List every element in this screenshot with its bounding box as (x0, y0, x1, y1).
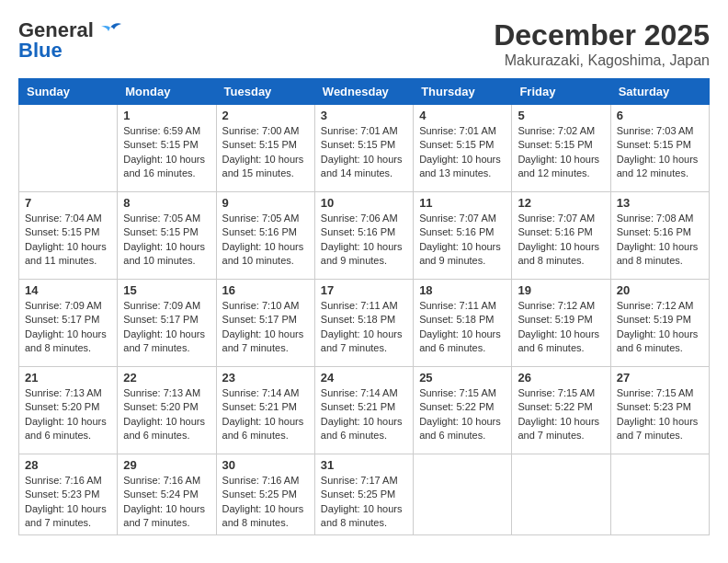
day-info-line: Sunrise: 7:11 AM (419, 299, 506, 313)
day-info-line: Sunset: 5:15 PM (123, 138, 210, 152)
calendar-cell: 24Sunrise: 7:14 AMSunset: 5:21 PMDayligh… (314, 367, 413, 454)
day-info-line: Daylight: 10 hours (25, 327, 111, 341)
day-number: 17 (321, 283, 407, 297)
calendar-header-monday: Monday (118, 79, 216, 105)
day-info-line: Sunrise: 7:07 AM (518, 212, 604, 225)
day-info-line: Daylight: 10 hours (222, 327, 309, 341)
calendar-week-row: 21Sunrise: 7:13 AMSunset: 5:20 PMDayligh… (19, 367, 710, 454)
day-info-line: Sunset: 5:15 PM (321, 138, 407, 152)
day-info-line: Daylight: 10 hours (222, 240, 309, 254)
day-number: 9 (222, 196, 309, 210)
day-info-line: Daylight: 10 hours (518, 153, 604, 167)
day-info-line: Daylight: 10 hours (321, 327, 407, 341)
logo-blue-text: Blue (18, 39, 63, 63)
day-info-line: Sunrise: 7:13 AM (25, 386, 111, 400)
day-info-line: Daylight: 10 hours (222, 415, 309, 429)
calendar-header-thursday: Thursday (414, 79, 512, 105)
day-info-line: Sunrise: 7:16 AM (123, 474, 210, 488)
calendar-cell: 14Sunrise: 7:09 AMSunset: 5:17 PMDayligh… (19, 280, 118, 367)
day-info-line: and 10 minutes. (222, 254, 309, 268)
calendar-cell: 9Sunrise: 7:05 AMSunset: 5:16 PMDaylight… (216, 192, 314, 280)
day-info-line: Daylight: 10 hours (617, 153, 703, 167)
day-info-line: Sunset: 5:15 PM (419, 138, 506, 152)
calendar-cell: 5Sunrise: 7:02 AMSunset: 5:15 PMDaylight… (512, 105, 610, 192)
day-number: 30 (222, 458, 309, 472)
day-number: 29 (123, 458, 210, 472)
day-info-line: and 7 minutes. (617, 429, 703, 442)
calendar-cell: 21Sunrise: 7:13 AMSunset: 5:20 PMDayligh… (19, 367, 118, 454)
day-info-line: and 6 minutes. (321, 429, 407, 442)
calendar-cell: 8Sunrise: 7:05 AMSunset: 5:15 PMDaylight… (118, 192, 216, 280)
day-info-line: Sunset: 5:15 PM (222, 138, 309, 152)
day-info-line: and 12 minutes. (617, 167, 703, 180)
day-info-line: Sunrise: 7:07 AM (419, 212, 506, 225)
day-info-line: Sunrise: 7:05 AM (123, 212, 210, 225)
day-info-line: Sunset: 5:16 PM (518, 225, 604, 239)
day-number: 3 (321, 109, 407, 122)
day-info-line: Sunset: 5:20 PM (25, 400, 111, 414)
day-info-line: and 6 minutes. (419, 429, 506, 442)
calendar-cell: 25Sunrise: 7:15 AMSunset: 5:22 PMDayligh… (414, 367, 512, 454)
calendar-week-row: 14Sunrise: 7:09 AMSunset: 5:17 PMDayligh… (19, 280, 710, 367)
day-info-line: and 6 minutes. (518, 341, 604, 355)
day-info-line: Sunset: 5:18 PM (321, 313, 407, 327)
calendar-cell: 19Sunrise: 7:12 AMSunset: 5:19 PMDayligh… (512, 280, 610, 367)
day-number: 25 (419, 371, 506, 385)
day-info-line: and 12 minutes. (518, 167, 604, 180)
day-info-line: Sunset: 5:19 PM (518, 313, 604, 327)
day-info-line: and 7 minutes. (321, 341, 407, 355)
calendar-cell: 31Sunrise: 7:17 AMSunset: 5:25 PMDayligh… (314, 454, 413, 535)
day-info-line: and 7 minutes. (518, 429, 604, 442)
calendar-cell: 7Sunrise: 7:04 AMSunset: 5:15 PMDaylight… (19, 192, 118, 280)
day-number: 6 (617, 109, 703, 122)
day-number: 26 (518, 371, 604, 385)
day-number: 7 (25, 196, 111, 210)
calendar-cell: 1Sunrise: 6:59 AMSunset: 5:15 PMDaylight… (118, 105, 216, 192)
day-info-line: and 10 minutes. (123, 254, 210, 268)
day-info-line: Daylight: 10 hours (321, 240, 407, 254)
day-info-line: Daylight: 10 hours (419, 240, 506, 254)
calendar-cell: 11Sunrise: 7:07 AMSunset: 5:16 PMDayligh… (414, 192, 512, 280)
calendar-cell: 22Sunrise: 7:13 AMSunset: 5:20 PMDayligh… (118, 367, 216, 454)
calendar-cell: 17Sunrise: 7:11 AMSunset: 5:18 PMDayligh… (314, 280, 413, 367)
calendar-week-row: 7Sunrise: 7:04 AMSunset: 5:15 PMDaylight… (19, 192, 710, 280)
calendar-cell: 20Sunrise: 7:12 AMSunset: 5:19 PMDayligh… (610, 280, 709, 367)
logo-bird-icon (97, 20, 123, 40)
day-info-line: Daylight: 10 hours (617, 415, 703, 429)
calendar-cell: 10Sunrise: 7:06 AMSunset: 5:16 PMDayligh… (314, 192, 413, 280)
calendar-cell: 2Sunrise: 7:00 AMSunset: 5:15 PMDaylight… (216, 105, 314, 192)
calendar-cell (512, 454, 610, 535)
day-info-line: and 6 minutes. (419, 341, 506, 355)
day-info-line: Daylight: 10 hours (518, 415, 604, 429)
day-info-line: Sunrise: 7:12 AM (518, 299, 604, 313)
calendar-header-wednesday: Wednesday (314, 79, 413, 105)
calendar-header-saturday: Saturday (610, 79, 709, 105)
title-block: December 2025 Makurazaki, Kagoshima, Jap… (494, 18, 710, 69)
day-number: 19 (518, 283, 604, 297)
day-info-line: Sunset: 5:20 PM (123, 400, 210, 414)
day-info-line: Sunrise: 7:05 AM (222, 212, 309, 225)
day-info-line: Daylight: 10 hours (222, 502, 309, 516)
day-info-line: Sunset: 5:24 PM (123, 488, 210, 501)
day-info-line: Sunrise: 7:02 AM (518, 124, 604, 138)
day-number: 15 (123, 283, 210, 297)
day-info-line: Sunrise: 7:16 AM (25, 474, 111, 488)
day-info-line: Sunrise: 7:17 AM (321, 474, 407, 488)
day-info-line: Sunset: 5:16 PM (617, 225, 703, 239)
day-info-line: and 8 minutes. (518, 254, 604, 268)
day-number: 2 (222, 109, 309, 122)
day-info-line: Sunrise: 7:15 AM (419, 386, 506, 400)
day-info-line: and 7 minutes. (123, 516, 210, 530)
page-subtitle: Makurazaki, Kagoshima, Japan (494, 52, 710, 69)
day-info-line: and 8 minutes. (25, 341, 111, 355)
calendar-cell: 30Sunrise: 7:16 AMSunset: 5:25 PMDayligh… (216, 454, 314, 535)
day-info-line: Sunset: 5:15 PM (25, 225, 111, 239)
day-info-line: Sunset: 5:25 PM (321, 488, 407, 501)
day-info-line: Sunset: 5:15 PM (617, 138, 703, 152)
day-info-line: Sunset: 5:15 PM (123, 225, 210, 239)
day-number: 10 (321, 196, 407, 210)
day-number: 8 (123, 196, 210, 210)
calendar-week-row: 28Sunrise: 7:16 AMSunset: 5:23 PMDayligh… (19, 454, 710, 535)
logo: General Blue (18, 18, 123, 63)
day-number: 24 (321, 371, 407, 385)
